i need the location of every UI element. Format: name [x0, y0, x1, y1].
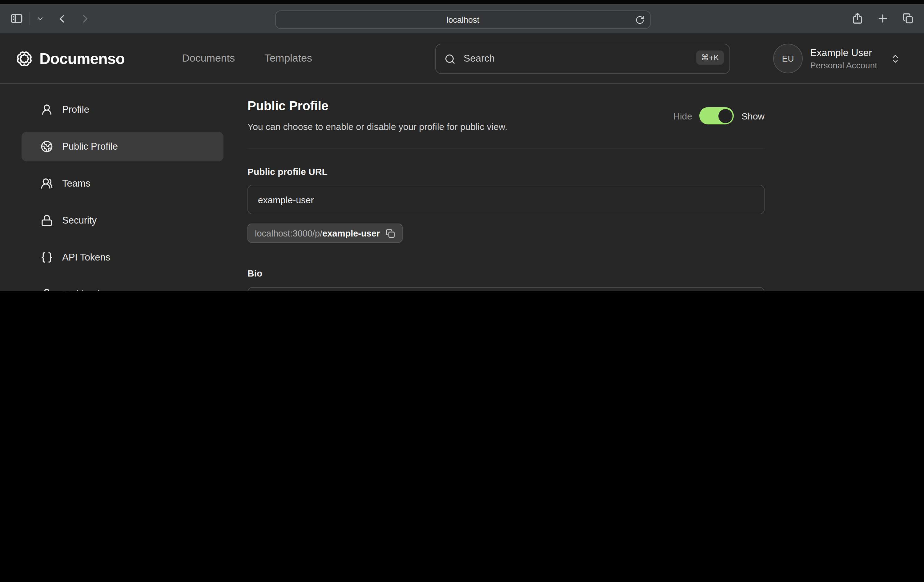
public-profile-settings: Public Profile Hide Show You can choose …	[248, 84, 764, 291]
lock-icon	[41, 214, 53, 227]
sidebar-item-label: Public Profile	[62, 141, 118, 152]
search-shortcut-badge: ⌘+K	[696, 50, 724, 64]
user-icon	[41, 104, 53, 116]
copy-icon[interactable]	[385, 228, 395, 238]
sidebar-item-api-tokens[interactable]: API Tokens	[21, 243, 223, 272]
share-icon[interactable]	[851, 12, 864, 25]
sidebar-item-profile[interactable]: Profile	[21, 95, 223, 124]
section-divider	[248, 148, 764, 149]
tab-overview-icon[interactable]	[902, 12, 914, 25]
nav-documents[interactable]: Documents	[182, 52, 235, 64]
sidebar-item-label: Teams	[62, 178, 90, 189]
nav-templates[interactable]: Templates	[264, 52, 312, 64]
profile-url-preview[interactable]: localhost:3000/p/example-user	[248, 223, 403, 243]
documenso-logo[interactable]: Documenso	[16, 50, 125, 68]
sidebar-item-security[interactable]: Security	[21, 206, 223, 235]
toggle-knob	[718, 109, 733, 123]
url-prefix: localhost:3000/p/	[255, 228, 322, 238]
main-nav: Documents Templates	[182, 52, 312, 64]
address-text: localhost	[447, 15, 480, 24]
sidebar-item-webhooks[interactable]: Webhooks	[21, 279, 223, 291]
users-icon	[41, 177, 53, 190]
toggle-hide-label: Hide	[673, 111, 692, 121]
back-icon[interactable]	[55, 12, 68, 25]
settings-sidebar: Profile Public Profile Teams Security AP…	[0, 84, 248, 291]
url-slug: example-user	[322, 228, 380, 238]
brand-name: Documenso	[40, 50, 125, 68]
documenso-logo-icon	[16, 50, 33, 67]
sidebar-item-label: API Tokens	[62, 252, 110, 263]
address-bar[interactable]: localhost	[275, 10, 651, 29]
account-menu[interactable]: EU Example User Personal Account	[773, 44, 901, 73]
bio-label: Bio	[248, 268, 764, 278]
braces-icon	[41, 251, 53, 264]
visibility-toggle-row: Hide Show	[673, 107, 764, 124]
sidebar-item-teams[interactable]: Teams	[21, 169, 223, 198]
sidebar-item-label: Webhooks	[62, 289, 107, 291]
account-name: Example User	[810, 46, 877, 60]
profile-visibility-toggle[interactable]	[700, 107, 734, 124]
search-icon	[444, 53, 455, 64]
profile-url-input[interactable]	[248, 185, 764, 214]
account-labels: Example User Personal Account	[810, 46, 877, 71]
forward-icon[interactable]	[79, 12, 92, 25]
account-type: Personal Account	[810, 60, 877, 71]
search-input[interactable]	[436, 44, 729, 73]
bio-textarea[interactable]: This is an example bio.	[248, 287, 764, 291]
new-tab-icon[interactable]	[876, 12, 889, 25]
webhook-icon	[41, 288, 53, 291]
sidebar-item-public-profile[interactable]: Public Profile	[21, 132, 223, 161]
search-bar[interactable]: ⌘+K	[435, 43, 730, 74]
profile-url-label: Public profile URL	[248, 166, 764, 177]
reload-icon[interactable]	[635, 15, 645, 25]
safari-window: localhost Documenso Docu	[0, 0, 924, 291]
toggle-show-label: Show	[741, 111, 764, 121]
avatar: EU	[773, 44, 803, 73]
toolbar-separator	[30, 12, 30, 25]
sidebar-item-label: Profile	[62, 104, 89, 115]
browser-toolbar: localhost	[0, 4, 924, 34]
sidebar-toggle-icon[interactable]	[10, 12, 23, 25]
url-preview-text: localhost:3000/p/example-user	[255, 228, 380, 239]
app-header: Documenso Documents Templates ⌘+K EU Exa…	[0, 34, 924, 84]
chevrons-up-down-icon	[890, 53, 901, 64]
globe-icon	[41, 141, 53, 153]
window-top-edge	[0, 0, 924, 4]
sidebar-item-label: Security	[62, 215, 97, 226]
sidebar-chevron-down-icon[interactable]	[36, 15, 45, 23]
